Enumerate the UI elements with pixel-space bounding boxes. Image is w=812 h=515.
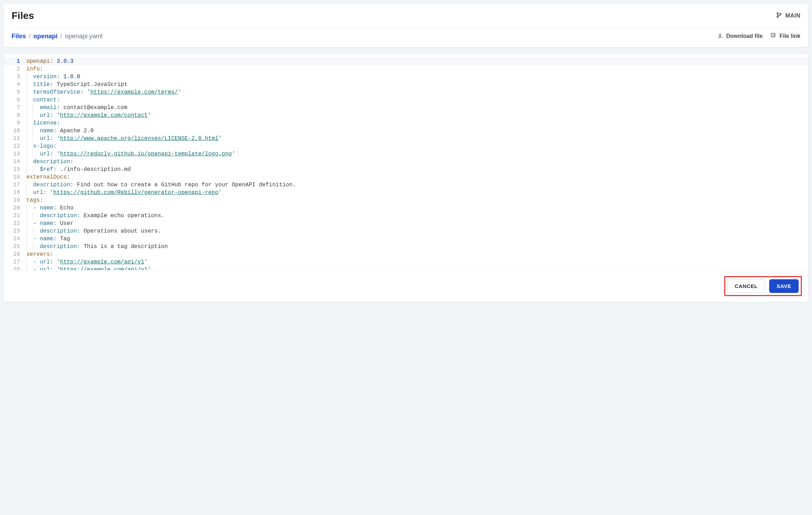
line-number: 8 xyxy=(4,112,26,119)
line-number: 18 xyxy=(4,189,26,196)
line-content: - url: 'http://example.com/api/v1' xyxy=(26,258,808,266)
branch-selector[interactable]: MAIN xyxy=(776,12,800,20)
line-content: description: Example echo operations. xyxy=(26,212,808,220)
code-line[interactable]: 13 url: 'https://redocly.github.io/opena… xyxy=(4,150,808,158)
line-number: 15 xyxy=(4,166,26,173)
line-content: x-logo: xyxy=(26,142,808,150)
line-content: openapi: 3.0.3 xyxy=(26,58,808,65)
code-line[interactable]: 1openapi: 3.0.3 xyxy=(4,58,808,65)
line-content: description: This is a tag description xyxy=(26,243,808,250)
line-content: url: 'https://github.com/Rebilly/generat… xyxy=(26,189,808,196)
link-icon xyxy=(770,32,777,40)
line-content: description: xyxy=(26,158,808,166)
breadcrumb-folder[interactable]: openapi xyxy=(33,33,58,40)
code-line[interactable]: 10 name: Apache 2.0 xyxy=(4,127,808,135)
line-content: version: 1.0.0 xyxy=(26,73,808,81)
code-line[interactable]: 4 title: TypeScript.JavaScript xyxy=(4,81,808,88)
branch-icon xyxy=(776,12,782,20)
code-line[interactable]: 24 - name: Tag xyxy=(4,235,808,243)
code-line[interactable]: 19tags: xyxy=(4,196,808,204)
breadcrumb-sep: / xyxy=(29,33,31,40)
svg-point-0 xyxy=(777,13,778,14)
line-content: - name: Echo xyxy=(26,204,808,212)
line-number: 16 xyxy=(4,173,26,181)
cancel-button[interactable]: CANCEL xyxy=(727,279,765,293)
editor-panel: 1openapi: 3.0.32info:3 version: 1.0.04 t… xyxy=(4,54,808,302)
code-line[interactable]: 14 description: xyxy=(4,158,808,166)
code-editor[interactable]: 1openapi: 3.0.32info:3 version: 1.0.04 t… xyxy=(4,54,808,270)
line-content: - url: 'https://example.com/api/v1' xyxy=(26,266,808,270)
svg-point-2 xyxy=(780,13,781,15)
code-line[interactable]: 26servers: xyxy=(4,250,808,258)
code-line[interactable]: 18 url: 'https://github.com/Rebilly/gene… xyxy=(4,189,808,196)
line-number: 6 xyxy=(4,96,26,104)
code-line[interactable]: 28 - url: 'https://example.com/api/v1' xyxy=(4,266,808,270)
file-actions: Download file File link xyxy=(717,32,800,40)
line-number: 11 xyxy=(4,135,26,142)
line-number: 20 xyxy=(4,204,26,212)
code-line[interactable]: 5 termsOfService: 'https://example.com/t… xyxy=(4,88,808,96)
line-content: url: 'http://example.com/contact' xyxy=(26,112,808,119)
code-line[interactable]: 27 - url: 'http://example.com/api/v1' xyxy=(4,258,808,266)
code-line[interactable]: 20 - name: Echo xyxy=(4,204,808,212)
line-number: 4 xyxy=(4,81,26,88)
line-number: 24 xyxy=(4,235,26,243)
line-content: servers: xyxy=(26,250,808,258)
download-icon xyxy=(717,32,723,40)
code-line[interactable]: 9 license: xyxy=(4,119,808,127)
line-content: contact: xyxy=(26,96,808,104)
line-content: license: xyxy=(26,119,808,127)
breadcrumb: Files / openapi / openapi.yaml xyxy=(12,33,102,40)
code-line[interactable]: 2info: xyxy=(4,65,808,73)
branch-label: MAIN xyxy=(785,13,800,19)
code-line[interactable]: 7 email: contact@example.com xyxy=(4,104,808,112)
line-content: externalDocs: xyxy=(26,173,808,181)
line-content: $ref: ./info-description.md xyxy=(26,166,808,173)
download-label: Download file xyxy=(726,33,763,39)
line-number: 26 xyxy=(4,250,26,258)
code-line[interactable]: 15 $ref: ./info-description.md xyxy=(4,166,808,173)
line-number: 2 xyxy=(4,65,26,73)
code-line[interactable]: 11 url: 'http://www.apache.org/licenses/… xyxy=(4,135,808,142)
code-line[interactable]: 17 description: Find out how to create a… xyxy=(4,181,808,189)
line-number: 25 xyxy=(4,243,26,250)
line-content: email: contact@example.com xyxy=(26,104,808,112)
breadcrumb-file: openapi.yaml xyxy=(65,33,102,40)
save-button[interactable]: SAVE xyxy=(769,279,799,293)
svg-point-1 xyxy=(777,16,778,18)
line-number: 14 xyxy=(4,158,26,166)
code-line[interactable]: 3 version: 1.0.0 xyxy=(4,73,808,81)
download-file-button[interactable]: Download file xyxy=(717,32,763,40)
line-number: 28 xyxy=(4,266,26,270)
line-content: title: TypeScript.JavaScript xyxy=(26,81,808,88)
line-number: 7 xyxy=(4,104,26,112)
line-number: 22 xyxy=(4,220,26,227)
line-content: description: Find out how to create a Gi… xyxy=(26,181,808,189)
line-content: termsOfService: 'https://example.com/ter… xyxy=(26,88,808,96)
line-content: info: xyxy=(26,65,808,73)
line-number: 1 xyxy=(4,58,26,65)
code-line[interactable]: 23 description: Operations about users. xyxy=(4,227,808,235)
line-number: 5 xyxy=(4,88,26,96)
code-line[interactable]: 12 x-logo: xyxy=(4,142,808,150)
line-content: - name: User xyxy=(26,220,808,227)
page-title: Files xyxy=(12,10,34,21)
code-line[interactable]: 25 description: This is a tag descriptio… xyxy=(4,243,808,250)
line-number: 17 xyxy=(4,181,26,189)
filelink-label: File link xyxy=(779,33,800,39)
line-content: description: Operations about users. xyxy=(26,227,808,235)
file-link-button[interactable]: File link xyxy=(770,32,800,40)
line-content: name: Apache 2.0 xyxy=(26,127,808,135)
editor-footer: CANCEL SAVE xyxy=(4,270,808,302)
line-content: url: 'http://www.apache.org/licenses/LIC… xyxy=(26,135,808,142)
line-number: 19 xyxy=(4,196,26,204)
header-panel: Files MAIN Files / openapi / openapi.yam… xyxy=(4,4,808,47)
line-number: 21 xyxy=(4,212,26,220)
code-line[interactable]: 21 description: Example echo operations. xyxy=(4,212,808,220)
code-line[interactable]: 16externalDocs: xyxy=(4,173,808,181)
code-line[interactable]: 8 url: 'http://example.com/contact' xyxy=(4,112,808,119)
line-number: 23 xyxy=(4,227,26,235)
code-line[interactable]: 22 - name: User xyxy=(4,220,808,227)
code-line[interactable]: 6 contact: xyxy=(4,96,808,104)
breadcrumb-root[interactable]: Files xyxy=(12,33,26,40)
